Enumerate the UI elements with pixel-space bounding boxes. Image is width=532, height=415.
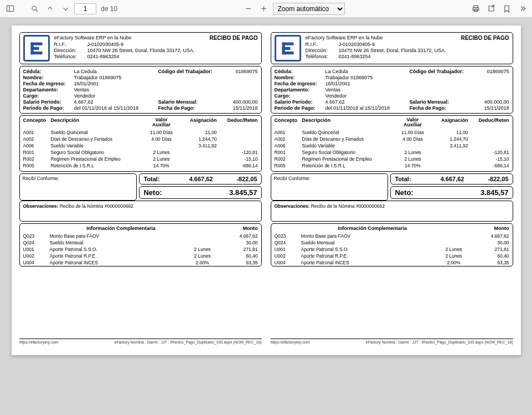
- comp-header: Información ComplementariaMonto: [271, 224, 513, 233]
- pdf-viewer[interactable]: eFactory Software ERP en la Nube RECIBO …: [0, 18, 532, 415]
- nombre-label: Nombre:: [275, 75, 326, 80]
- concept-valaux: [396, 143, 430, 148]
- prev-page-icon[interactable]: [43, 2, 56, 16]
- totals-wrap: Recibí Conforme: Total:4.667,62-822,05 N…: [271, 173, 513, 201]
- header-box: eFactory Software ERP en la Nube RECIBO …: [271, 32, 513, 64]
- header-box: eFactory Software ERP en la Nube RECIBO …: [19, 32, 262, 64]
- tel-value: 0241-8963254: [87, 54, 258, 59]
- receipt-title: RECIBO DE PAGO: [209, 35, 257, 41]
- svg-point-2: [32, 6, 37, 11]
- concept-valaux: 2 Lunes: [396, 150, 430, 155]
- comp-code: U001: [275, 247, 301, 252]
- periodo-value: del 01/11/2018 al 15/11/2018: [74, 105, 158, 111]
- obs-box: Observaciones: Recibo de la Nómina #0000…: [271, 201, 513, 222]
- print-icon[interactable]: [469, 2, 482, 16]
- comp-row: U001 Aporte Patronal S.S.O. 2 Lunes 271,…: [271, 246, 513, 253]
- comp-monto: 30,00: [219, 240, 258, 245]
- comp-monto: 60,40: [219, 253, 258, 259]
- employee-box: Cédula:La CedulaCódigo del Trabajador:01…: [271, 66, 513, 114]
- total-line: Total:4.667,62-822,05: [390, 173, 513, 185]
- obs-text: Recibo de la Nómina #0000000662: [311, 203, 385, 209]
- dir-value: 10470 NW 26 Street, Doral, Florida 33172…: [87, 48, 258, 53]
- comp-row: U004 Aporte Patronal INCES 2.00% 93,35: [271, 259, 513, 266]
- svg-rect-15: [30, 43, 33, 55]
- salper-value: 4.667,62: [326, 99, 410, 105]
- comp-desc: Sueldo Mensual: [301, 240, 437, 245]
- bookmark-icon[interactable]: [500, 2, 513, 16]
- comp-code: U002: [23, 253, 50, 259]
- cargo-value: Vendedor: [326, 93, 509, 99]
- page-number-input[interactable]: [74, 3, 96, 14]
- fechapago-label: Fecha de Pago:: [410, 105, 471, 111]
- neto-line: Neto:3.845,57: [390, 186, 513, 199]
- rif-value: J-0102030405-9: [87, 42, 258, 47]
- download-icon[interactable]: [484, 2, 498, 16]
- concept-desc: Seguro Social Obligatorio: [302, 150, 395, 155]
- dir-label: Dirección:: [54, 48, 87, 53]
- footer-line: https://efactoryerp.com eFactory Nomina …: [19, 339, 262, 344]
- search-icon[interactable]: [28, 2, 41, 16]
- concept-deduc: -15,10: [469, 156, 509, 162]
- total-deduc: -822,05: [464, 176, 509, 182]
- next-page-icon[interactable]: [59, 2, 72, 16]
- concept-deduc: [469, 136, 509, 142]
- cargo-value: Vendedor: [74, 93, 258, 99]
- concept-row: A001 Sueldo Quincenal 11.00 Días 11,00: [20, 129, 261, 136]
- rif-label: R.I.F.:: [54, 42, 87, 47]
- comp-monto: 60,40: [471, 253, 509, 259]
- ingreso-value: 16/01/2001: [326, 81, 509, 86]
- comp-desc: Aporte Patronal INCES: [301, 260, 437, 265]
- cedula-label: Cédula:: [23, 69, 74, 74]
- comp-desc: Aporte Patronal S.S.O.: [50, 247, 186, 252]
- concept-code: A001: [275, 130, 301, 135]
- concept-asig: [179, 163, 217, 168]
- col-deduc: Deduc/Reten: [218, 117, 258, 127]
- zoom-out-icon[interactable]: [242, 2, 255, 16]
- concept-asig: [431, 156, 468, 162]
- comp-row: Q024 Sueldo Mensual 30,00: [271, 239, 513, 246]
- concept-desc: Sueldo Quincenal: [302, 130, 395, 135]
- rif-label: R.I.F.:: [306, 42, 339, 47]
- salmen-label: Salario Mensual:: [158, 99, 219, 105]
- total-asig: 4.667,62: [169, 176, 213, 182]
- neto-value: 3.845,57: [452, 188, 509, 197]
- tools-icon[interactable]: [515, 2, 529, 16]
- zoom-in-icon[interactable]: [257, 2, 271, 16]
- concept-deduc: [218, 130, 258, 135]
- concept-deduc: -686,14: [469, 163, 509, 168]
- cargo-label: Cargo:: [275, 93, 326, 99]
- codigo-value: 01869075: [219, 69, 258, 74]
- total-label: Total:: [143, 176, 168, 182]
- col-valaux: ValorAuxiliar: [145, 117, 178, 127]
- svg-rect-10: [489, 6, 494, 11]
- periodo-label: Periodo de Pago:: [23, 105, 74, 111]
- fechapago-value: 15/11/2018: [471, 105, 509, 111]
- company-name: eFactory Software ERP en la Nube: [306, 35, 461, 41]
- salper-label: Salario Periodo:: [23, 99, 74, 105]
- comp-title: Información Complementaria: [23, 226, 219, 231]
- obs-label: Observaciones:: [23, 203, 59, 209]
- periodo-label: Periodo de Pago:: [275, 105, 326, 111]
- codigo-label: Código del Trabajador:: [158, 69, 219, 74]
- dir-value: 10470 NW 26 Street, Doral, Florida 33172…: [339, 48, 509, 53]
- ingreso-value: 16/01/2001: [74, 81, 258, 86]
- comp-row: Q024 Sueldo Mensual 30,00: [20, 239, 261, 246]
- concept-deduc: -120,81: [469, 150, 509, 155]
- concept-asig: 3.411,92: [179, 143, 217, 148]
- comp-valaux: [437, 240, 471, 245]
- nombre-label: Nombre:: [23, 75, 74, 80]
- concept-deduc: -120,81: [218, 150, 258, 155]
- sidebar-toggle-icon[interactable]: [3, 2, 17, 16]
- codigo-value: 01869075: [471, 69, 509, 74]
- concept-desc: Retención de I.S.R.L: [302, 163, 395, 168]
- items-header: Concepto Descripción ValorAuxiliar Asign…: [20, 116, 261, 129]
- comp-desc: Monto Base para FAOV: [301, 233, 437, 239]
- salmen-value: 400.000,00: [471, 99, 509, 105]
- concept-desc: Retención de I.S.R.L: [51, 163, 144, 168]
- comp-code: Q023: [275, 233, 301, 239]
- concept-code: R002: [275, 156, 301, 162]
- totals-box: Total:4.667,62-822,05 Neto:3.845,57: [139, 173, 261, 201]
- concept-valaux: 14.70%: [145, 163, 178, 168]
- footer-line: https://efactoryerp.com eFactory Nomina …: [271, 339, 513, 344]
- zoom-select[interactable]: Zoom automático: [273, 3, 345, 15]
